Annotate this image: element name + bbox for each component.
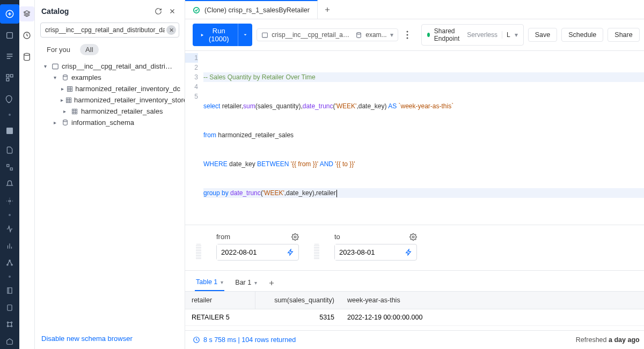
nav-item-9[interactable] xyxy=(0,221,19,236)
svg-point-15 xyxy=(7,326,8,327)
history-icon[interactable] xyxy=(19,28,34,43)
schema-browser-icon[interactable] xyxy=(19,6,34,21)
nav-item-4[interactable] xyxy=(0,90,19,109)
run-button[interactable]: Run (1000) xyxy=(193,24,238,46)
disable-schema-browser-link[interactable]: Disable new schema browser xyxy=(41,335,133,343)
param-input-to[interactable] xyxy=(335,244,401,260)
catalog-tree: ▾ crisp__inc__cpg_retail_and_distributor… xyxy=(35,58,185,328)
tree-table[interactable]: ▸harmonized_retailer_sales xyxy=(58,106,182,117)
tree-table[interactable]: ▸harmonized_retailer_inventory_store xyxy=(58,94,182,106)
nav-item-10[interactable] xyxy=(0,239,19,254)
add-visualization-button[interactable] xyxy=(268,279,275,287)
line-gutter: 12345 xyxy=(185,53,203,217)
table-row[interactable]: RETAILER 553152022-12-19 00:00:00.000 xyxy=(185,309,644,326)
clear-search-icon[interactable]: ✕ xyxy=(166,25,176,35)
catalog-title: Catalog xyxy=(41,7,150,16)
more-button[interactable] xyxy=(402,28,413,41)
add-tab-button[interactable] xyxy=(318,0,337,19)
svg-point-18 xyxy=(24,53,30,55)
code-area[interactable]: -- Sales Quantity by Retailer Over Time … xyxy=(203,53,644,217)
nav-item-2[interactable] xyxy=(0,47,19,66)
col-header[interactable]: week-year-as-this xyxy=(341,292,470,309)
nav-sql-editor[interactable] xyxy=(0,121,19,140)
tree-label: harmonized_retailer_inventory_store xyxy=(74,96,185,104)
endpoint-type: Serverless xyxy=(467,31,497,39)
tree-schema-examples[interactable]: ▾ examples xyxy=(49,72,182,83)
run-dropdown-button[interactable] xyxy=(238,24,252,46)
sql-editor[interactable]: 12345 -- Sales Quantity by Retailer Over… xyxy=(185,51,644,225)
svg-point-13 xyxy=(7,322,8,323)
nav-item-5[interactable] xyxy=(0,143,19,158)
schema-subrail xyxy=(19,0,35,349)
table-row[interactable]: RETAILER 612665792022-12-19 00:00:00.000 xyxy=(185,326,644,331)
filter-for-you[interactable]: For you xyxy=(41,44,76,55)
tree-table[interactable]: ▸harmonized_retailer_inventory_dc xyxy=(58,83,182,94)
nav-new[interactable] xyxy=(0,4,19,24)
catalog-search-input[interactable] xyxy=(40,23,179,38)
svg-rect-12 xyxy=(8,305,12,310)
run-label: Run (1000) xyxy=(207,27,230,43)
nav-item-12[interactable] xyxy=(0,283,19,298)
query-status-text: 8 s 758 ms | 104 rows returned xyxy=(203,336,296,344)
status-bar: 8 s 758 ms | 104 rows returned Refreshed… xyxy=(185,330,644,349)
gear-icon[interactable] xyxy=(291,233,299,241)
svg-rect-26 xyxy=(262,33,268,38)
apply-param-icon[interactable] xyxy=(283,249,298,256)
svg-rect-2 xyxy=(6,75,9,77)
chevron-down-icon: ▾ xyxy=(221,279,223,285)
filter-all[interactable]: All xyxy=(80,44,98,55)
col-header-spacer xyxy=(470,292,644,309)
param-input-from[interactable] xyxy=(217,244,283,260)
tree-label: crisp__inc__cpg_retail_and_distributor_.… xyxy=(62,62,174,70)
result-tab-table[interactable]: Table 1 ▾ xyxy=(195,275,224,291)
gear-icon[interactable] xyxy=(409,233,417,241)
drag-handle-icon[interactable] xyxy=(314,244,319,260)
svg-point-0 xyxy=(6,10,13,18)
col-header[interactable]: retailer xyxy=(185,292,255,309)
nav-item-7[interactable] xyxy=(0,176,19,191)
endpoint-selector[interactable]: Shared Endpoint Serverless L ▾ xyxy=(421,24,524,46)
clock-icon xyxy=(193,336,200,344)
nav-item-14[interactable] xyxy=(0,317,19,332)
editor-tab[interactable]: (Clone) crisp_rs_1_salesByRetailer xyxy=(185,0,318,19)
nav-item-8[interactable] xyxy=(0,194,19,209)
context-schema-label: exam... xyxy=(365,31,386,39)
chevron-down-icon: ▾ xyxy=(41,63,49,69)
chevron-down-icon: ▾ xyxy=(390,31,393,39)
tree-schema-information-schema[interactable]: ▸ information_schema xyxy=(49,117,182,128)
schedule-button[interactable]: Schedule xyxy=(561,28,603,42)
nav-item-13[interactable] xyxy=(0,300,19,315)
params-row: from to xyxy=(185,225,644,271)
tree-catalog-root[interactable]: ▾ crisp__inc__cpg_retail_and_distributor… xyxy=(39,61,182,72)
nav-item-11[interactable] xyxy=(0,255,19,270)
table-icon xyxy=(70,108,79,115)
rail-separator-icon xyxy=(9,114,11,116)
nav-item-15[interactable] xyxy=(0,334,19,349)
apply-param-icon[interactable] xyxy=(401,249,416,256)
catalog-icon xyxy=(51,63,60,70)
share-button[interactable]: Share xyxy=(608,28,639,42)
svg-rect-22 xyxy=(67,98,71,102)
param-label-to: to xyxy=(334,233,340,241)
context-catalog-selector[interactable]: crisp__inc__cpg_retail_and_... exam... ▾ xyxy=(257,28,398,41)
refresh-icon[interactable] xyxy=(152,5,164,17)
check-icon xyxy=(193,6,200,14)
drag-handle-icon[interactable] xyxy=(196,244,201,260)
nav-item-3[interactable] xyxy=(0,68,19,87)
svg-rect-4 xyxy=(6,78,9,81)
close-icon[interactable] xyxy=(166,5,178,17)
save-button[interactable]: Save xyxy=(528,28,558,42)
svg-rect-19 xyxy=(53,64,58,69)
svg-point-28 xyxy=(407,31,408,33)
svg-point-32 xyxy=(412,236,414,238)
table-icon xyxy=(67,86,73,92)
svg-rect-21 xyxy=(68,86,72,91)
nav-item-1[interactable] xyxy=(0,26,19,45)
result-tab-bar[interactable]: Bar 1 ▾ xyxy=(234,276,258,291)
chevron-right-icon: ▸ xyxy=(61,97,63,103)
svg-point-29 xyxy=(407,34,408,36)
col-header[interactable]: sum(sales_quantity) xyxy=(255,292,341,309)
query-toolbar: Run (1000) crisp__inc__cpg_retail_and_..… xyxy=(185,19,644,51)
db-icon[interactable] xyxy=(19,49,34,64)
nav-item-6[interactable] xyxy=(0,160,19,175)
